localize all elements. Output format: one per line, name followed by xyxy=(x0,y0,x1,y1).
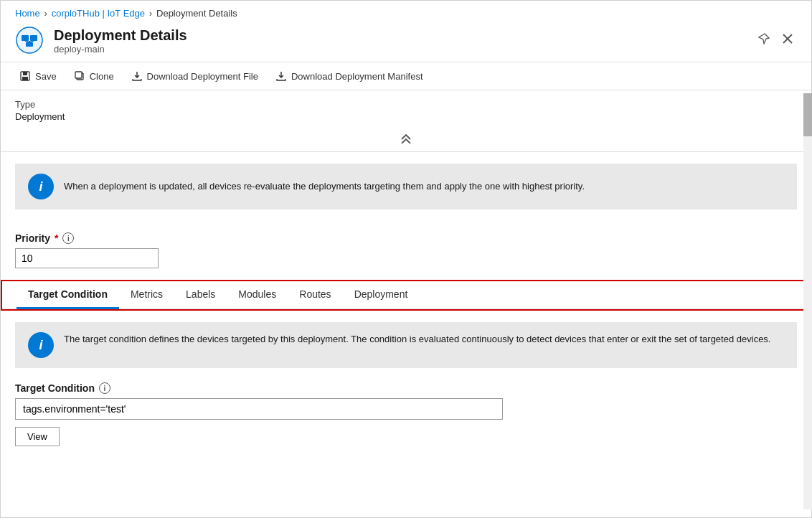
svg-rect-1 xyxy=(22,35,29,41)
page-title: Deployment Details xyxy=(54,27,187,44)
breadcrumb-hub[interactable]: corploTHub | IoT Edge xyxy=(52,8,145,19)
breadcrumb-sep2: › xyxy=(149,9,152,19)
tab-routes-label: Routes xyxy=(299,288,331,300)
breadcrumb-current: Deployment Details xyxy=(156,8,237,19)
svg-rect-2 xyxy=(30,35,37,41)
target-info-icon: i xyxy=(28,332,54,358)
scrollbar[interactable] xyxy=(803,93,812,509)
target-condition-section: i The target condition defines the devic… xyxy=(1,322,811,461)
view-button[interactable]: View xyxy=(15,427,60,446)
clone-button[interactable]: Clone xyxy=(67,67,121,85)
download-file-label: Download Deployment File xyxy=(147,71,258,82)
tabs-bar: Target Condition Metrics Labels Modules … xyxy=(2,281,810,309)
download-manifest-button[interactable]: Download Deployment Manifest xyxy=(268,67,430,85)
save-button[interactable]: Save xyxy=(12,67,64,85)
svg-rect-13 xyxy=(75,72,82,78)
info-box-text: When a deployment is updated, all device… xyxy=(64,179,585,194)
tab-deployment[interactable]: Deployment xyxy=(343,281,420,309)
info-box-wrapper: i When a deployment is updated, all devi… xyxy=(1,152,811,209)
tab-modules[interactable]: Modules xyxy=(227,281,288,309)
tab-labels[interactable]: Labels xyxy=(174,281,227,309)
type-section: Type Deployment xyxy=(1,90,811,128)
collapse-button[interactable] xyxy=(392,131,420,149)
tab-metrics[interactable]: Metrics xyxy=(119,281,174,309)
update-info-box: i When a deployment is updated, all devi… xyxy=(15,164,797,209)
clone-label: Clone xyxy=(90,71,114,82)
download-manifest-label: Download Deployment Manifest xyxy=(291,71,423,82)
panel-top-actions xyxy=(754,26,797,49)
priority-input[interactable] xyxy=(15,248,159,268)
type-label: Type xyxy=(15,99,797,110)
scrollbar-thumb[interactable] xyxy=(803,93,812,136)
priority-label-text: Priority xyxy=(15,232,50,244)
target-condition-info-icon[interactable]: i xyxy=(99,382,110,394)
target-info-box: i The target condition defines the devic… xyxy=(15,322,797,368)
panel-header: Deployment Details deploy-main xyxy=(1,23,811,62)
tabs-container: Target Condition Metrics Labels Modules … xyxy=(1,280,811,311)
required-star: * xyxy=(55,232,58,244)
toolbar: Save Clone Download Deployment File xyxy=(1,62,811,90)
pin-button[interactable] xyxy=(754,29,774,49)
tab-modules-label: Modules xyxy=(238,288,276,300)
target-condition-label-row: Target Condition i xyxy=(15,382,797,394)
panel-title: Deployment Details deploy-main xyxy=(54,27,187,55)
save-label: Save xyxy=(35,71,57,82)
tab-deployment-label: Deployment xyxy=(354,288,408,300)
breadcrumb-home[interactable]: Home xyxy=(15,8,40,19)
svg-point-0 xyxy=(16,27,42,53)
page-subtitle: deploy-main xyxy=(54,44,187,55)
tab-labels-label: Labels xyxy=(186,288,215,300)
svg-rect-11 xyxy=(22,77,28,80)
tab-target-condition[interactable]: Target Condition xyxy=(16,281,119,309)
priority-section: Priority * i xyxy=(1,221,811,280)
collapse-row[interactable] xyxy=(1,128,811,152)
target-info-text: The target condition defines the devices… xyxy=(64,332,770,347)
close-button[interactable] xyxy=(778,29,797,49)
svg-rect-3 xyxy=(26,42,33,47)
info-icon: i xyxy=(28,174,54,199)
tab-metrics-label: Metrics xyxy=(131,288,163,300)
download-file-button[interactable]: Download Deployment File xyxy=(124,67,265,85)
target-condition-input[interactable] xyxy=(15,398,503,420)
breadcrumb: Home › corploTHub | IoT Edge › Deploymen… xyxy=(1,1,811,23)
content-area: Type Deployment i xyxy=(1,90,811,517)
type-value: Deployment xyxy=(15,111,797,122)
breadcrumb-sep1: › xyxy=(44,9,47,19)
priority-info-icon[interactable]: i xyxy=(62,232,74,244)
tab-routes[interactable]: Routes xyxy=(288,281,342,309)
deployment-icon xyxy=(15,26,44,55)
target-condition-label: Target Condition xyxy=(15,382,95,394)
tab-target-condition-label: Target Condition xyxy=(28,288,108,300)
panel-title-section: Deployment Details deploy-main xyxy=(15,26,187,55)
view-button-label: View xyxy=(27,431,47,442)
target-info-i-letter: i xyxy=(39,338,42,353)
info-i-letter: i xyxy=(39,179,42,194)
priority-label-row: Priority * i xyxy=(15,232,797,244)
svg-rect-10 xyxy=(23,72,27,75)
